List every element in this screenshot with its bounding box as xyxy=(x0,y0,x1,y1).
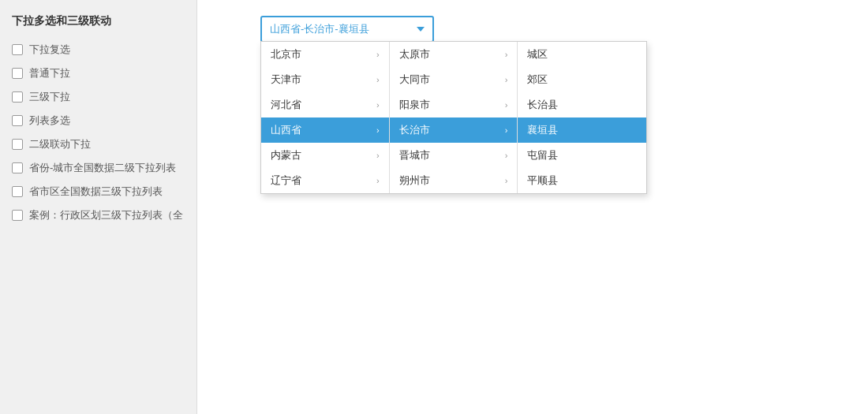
dropdown-item[interactable]: 屯留县› xyxy=(518,143,646,168)
checkbox-icon xyxy=(12,210,23,221)
dropdown-item-label: 北京市 xyxy=(271,47,301,62)
chevron-right-icon: › xyxy=(505,151,508,160)
chevron-right-icon: › xyxy=(505,125,508,135)
sidebar: 下拉多选和三级联动 下拉复选普通下拉三级下拉列表多选二级联动下拉省份-城市全国数… xyxy=(0,0,197,414)
chevron-right-icon: › xyxy=(505,100,508,110)
dropdown-item-label: 天津市 xyxy=(271,73,301,87)
sidebar-item-label: 三级下拉 xyxy=(29,90,70,104)
dropdown-item[interactable]: 北京市› xyxy=(261,42,389,67)
dropdown-item-label: 太原市 xyxy=(399,47,430,62)
checkbox-icon xyxy=(12,139,23,150)
dropdown-item[interactable]: 平顺县› xyxy=(518,168,646,193)
dropdown-item-label: 阳泉市 xyxy=(399,98,430,112)
dropdown-panel: 北京市›天津市›河北省›山西省›内蒙古›辽宁省› 太原市›大同市›阳泉市›长治市… xyxy=(260,41,647,194)
dropdown-item-label: 城区 xyxy=(527,47,548,62)
checkbox-icon xyxy=(12,162,23,173)
sidebar-title: 下拉多选和三级联动 xyxy=(0,8,196,38)
dropdown-item[interactable]: 天津市› xyxy=(261,67,389,92)
dropdown-item[interactable]: 朔州市› xyxy=(390,168,518,193)
province-column: 北京市›天津市›河北省›山西省›内蒙古›辽宁省› xyxy=(261,42,390,193)
dropdown-item[interactable]: 城区› xyxy=(518,42,646,67)
checkbox-icon xyxy=(12,68,23,79)
dropdown-item-label: 长治县 xyxy=(527,98,558,112)
chevron-right-icon: › xyxy=(376,100,380,110)
chevron-right-icon: › xyxy=(376,50,380,59)
dropdown-item[interactable]: 河北省› xyxy=(261,92,389,117)
dropdown-item-label: 襄垣县 xyxy=(527,123,558,137)
dropdown-item-label: 山西省 xyxy=(271,123,301,137)
dropdown-trigger[interactable]: 山西省-长治市-襄垣县 xyxy=(260,16,434,43)
sidebar-item-label: 普通下拉 xyxy=(29,66,70,80)
dropdown-item-label: 内蒙古 xyxy=(271,148,301,162)
dropdown-item[interactable]: 郊区› xyxy=(518,67,646,92)
dropdown-item[interactable]: 晋城市› xyxy=(390,143,518,168)
dropdown-item[interactable]: 山西省› xyxy=(261,117,389,143)
chevron-right-icon: › xyxy=(376,125,380,135)
dropdown-item[interactable]: 辽宁省› xyxy=(261,168,389,193)
dropdown-item[interactable]: 大同市› xyxy=(390,67,518,92)
sidebar-item-label: 下拉复选 xyxy=(29,43,70,57)
sidebar-item-two-level-link[interactable]: 二级联动下拉 xyxy=(0,132,196,156)
sidebar-item-list-multi[interactable]: 列表多选 xyxy=(0,109,196,132)
chevron-right-icon: › xyxy=(376,176,380,185)
sidebar-item-label: 案例：行政区划三级下拉列表（全 xyxy=(29,208,183,222)
sidebar-item-three-level[interactable]: 三级下拉 xyxy=(0,85,196,109)
chevron-right-icon: › xyxy=(376,151,380,160)
dropdown-selected-text: 山西省-长治市-襄垣县 xyxy=(270,22,412,36)
dropdown-item-label: 大同市 xyxy=(399,73,430,87)
sidebar-item-label: 二级联动下拉 xyxy=(29,137,91,151)
chevron-right-icon: › xyxy=(505,75,508,84)
dropdown-item[interactable]: 襄垣县› xyxy=(518,117,646,143)
sidebar-item-province-city[interactable]: 省份-城市全国数据二级下拉列表 xyxy=(0,156,196,180)
dropdown-item[interactable]: 太原市› xyxy=(390,42,518,67)
main-content: 山西省-长治市-襄垣县 北京市›天津市›河北省›山西省›内蒙古›辽宁省› 太原市… xyxy=(197,0,868,414)
sidebar-item-case-admin[interactable]: 案例：行政区划三级下拉列表（全 xyxy=(0,203,196,227)
sidebar-item-normal-select[interactable]: 普通下拉 xyxy=(0,62,196,85)
sidebar-item-province-city-district[interactable]: 省市区全国数据三级下拉列表 xyxy=(0,180,196,203)
dropdown-item[interactable]: 内蒙古› xyxy=(261,143,389,168)
dropdown-item-label: 朔州市 xyxy=(399,173,430,188)
dropdown-item-label: 晋城市 xyxy=(399,148,430,162)
checkbox-icon xyxy=(12,44,23,55)
district-column: 城区›郊区›长治县›襄垣县›屯留县›平顺县› xyxy=(518,42,646,193)
chevron-right-icon: › xyxy=(505,50,508,59)
dropdown-item-label: 辽宁省 xyxy=(271,173,301,188)
dropdown-item-label: 长治市 xyxy=(399,123,430,137)
city-column: 太原市›大同市›阳泉市›长治市›晋城市›朔州市› xyxy=(390,42,518,193)
dropdown-item[interactable]: 阳泉市› xyxy=(390,92,518,117)
sidebar-item-label: 省市区全国数据三级下拉列表 xyxy=(29,185,163,199)
dropdown-item-label: 河北省 xyxy=(271,98,301,112)
dropdown-item[interactable]: 长治市› xyxy=(390,117,518,143)
sidebar-item-label: 列表多选 xyxy=(29,114,70,128)
dropdown-item-label: 平顺县 xyxy=(527,173,558,188)
chevron-right-icon: › xyxy=(505,176,508,185)
sidebar-item-label: 省份-城市全国数据二级下拉列表 xyxy=(29,161,176,175)
checkbox-icon xyxy=(12,115,23,126)
dropdown-arrow-icon xyxy=(417,27,425,32)
dropdown-item-label: 郊区 xyxy=(527,73,548,87)
sidebar-item-multi-select[interactable]: 下拉复选 xyxy=(0,38,196,62)
dropdown-item-label: 屯留县 xyxy=(527,148,558,162)
checkbox-icon xyxy=(12,186,23,197)
chevron-right-icon: › xyxy=(376,75,380,84)
checkbox-icon xyxy=(12,91,23,103)
dropdown-item[interactable]: 长治县› xyxy=(518,92,646,117)
